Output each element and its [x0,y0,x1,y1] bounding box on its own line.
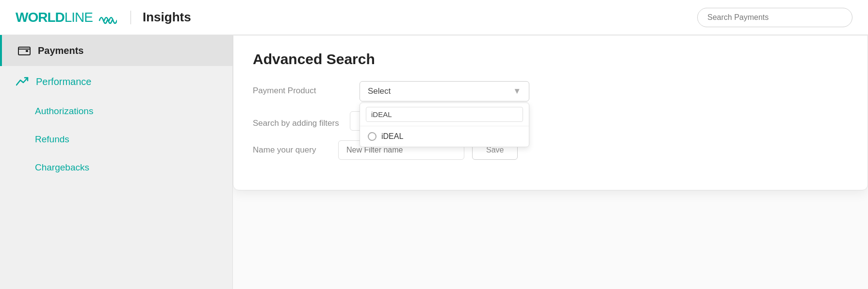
sidebar-authorizations-label: Authorizations [35,106,93,117]
svg-rect-0 [18,47,30,55]
advanced-search-overlay: Advanced Search Payment Product Select ▼ [233,35,868,289]
header-brand-name: Insights [143,10,191,25]
wallet-icon [17,44,31,57]
dropdown-search-input[interactable] [366,107,523,122]
sidebar: Payments Performance Authorizations Refu… [0,35,233,289]
sidebar-item-performance[interactable]: Performance [0,66,232,97]
name-query-label: Name your query [253,145,330,155]
radio-ideal [368,132,377,141]
logo-text: WORLDLINE [16,10,93,25]
payment-product-dropdown: iDEAL [360,102,529,147]
payment-product-row: Payment Product Select ▼ [253,81,848,102]
payment-product-select-container: Select ▼ iDEAL [360,81,529,102]
select-placeholder: Select [368,86,391,96]
content-area: Payments Showing 1 to 10 of 125,458,6...… [233,35,868,289]
logo: WORLDLINE Insights [16,10,191,25]
dropdown-search-area [360,103,529,126]
header: WORLDLINE Insights [0,0,868,35]
filter-row: Search by adding filters [253,111,848,131]
sidebar-item-chargebacks[interactable]: Chargebacks [0,153,232,182]
logo-waves-icon [98,11,117,24]
sidebar-performance-label: Performance [36,76,92,87]
advanced-search-panel: Advanced Search Payment Product Select ▼ [233,35,868,190]
payment-product-select[interactable]: Select ▼ [360,81,529,102]
logo-divider [131,11,131,24]
sidebar-chargebacks-label: Chargebacks [35,162,89,173]
dropdown-item-ideal[interactable]: iDEAL [360,126,529,147]
sidebar-refunds-label: Refunds [35,134,69,145]
main-layout: Payments Performance Authorizations Refu… [0,35,868,289]
sidebar-item-authorizations[interactable]: Authorizations [0,97,232,125]
trending-up-icon [16,75,29,88]
advanced-search-title: Advanced Search [253,51,848,68]
name-query-row: Name your query Save [253,140,848,160]
chevron-down-icon: ▼ [513,86,521,96]
logo-bold: WORLD [16,10,65,25]
search-input[interactable] [697,8,852,27]
sidebar-item-refunds[interactable]: Refunds [0,125,232,153]
filters-label: Search by adding filters [253,114,340,128]
header-search-area [697,8,852,27]
sidebar-payments-label: Payments [38,45,84,56]
svg-rect-1 [26,50,28,52]
dropdown-item-ideal-label: iDEAL [381,132,403,141]
sidebar-item-payments[interactable]: Payments [0,35,232,66]
payment-product-label: Payment Product [253,81,340,96]
logo-light: LINE [65,10,93,25]
